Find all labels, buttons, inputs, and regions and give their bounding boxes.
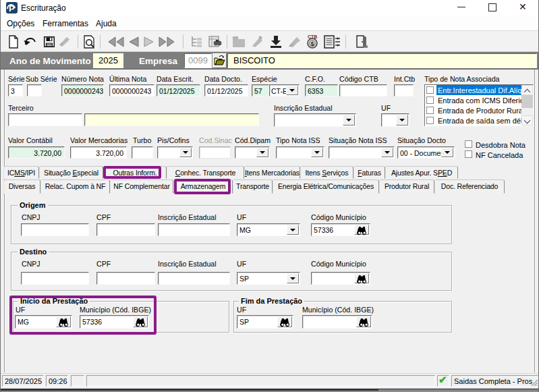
svg-text:$: $ bbox=[311, 40, 314, 47]
